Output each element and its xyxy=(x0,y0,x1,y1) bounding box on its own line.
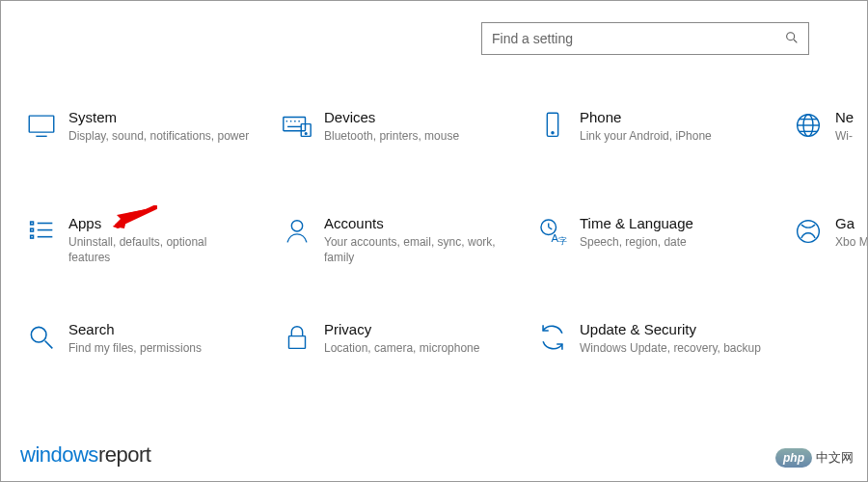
svg-line-28 xyxy=(549,228,553,229)
search-icon xyxy=(784,30,800,45)
svg-rect-23 xyxy=(31,235,34,238)
svg-rect-34 xyxy=(289,336,306,349)
category-network[interactable]: Ne Wi- xyxy=(787,97,868,203)
category-desc: Uninstall, defaults, optional features xyxy=(68,234,251,265)
svg-rect-19 xyxy=(31,222,34,225)
svg-point-13 xyxy=(552,132,554,134)
category-title: Phone xyxy=(580,109,762,126)
category-devices[interactable]: Devices Bluetooth, printers, mouse xyxy=(276,97,531,203)
svg-point-0 xyxy=(787,33,795,40)
category-system[interactable]: System Display, sound, notifications, po… xyxy=(20,97,276,203)
category-desc: Wi- xyxy=(835,128,868,144)
category-desc: Location, camera, microphone xyxy=(324,340,506,356)
search-input[interactable] xyxy=(481,22,809,55)
category-desc: Xbo Mo xyxy=(835,234,868,250)
person-icon xyxy=(276,215,318,252)
category-phone[interactable]: Phone Link your Android, iPhone xyxy=(531,97,787,203)
category-desc: Link your Android, iPhone xyxy=(580,128,762,144)
lock-icon xyxy=(276,321,318,358)
globe-icon xyxy=(787,109,829,146)
category-time-language[interactable]: A 字 Time & Language Speech, region, date xyxy=(531,203,787,309)
category-desc: Find my files, permissions xyxy=(68,340,251,356)
svg-line-33 xyxy=(45,341,53,349)
category-title: Accounts xyxy=(324,215,506,232)
category-privacy[interactable]: Privacy Location, camera, microphone xyxy=(276,309,531,415)
category-title: Time & Language xyxy=(580,215,762,232)
sync-icon xyxy=(531,321,574,358)
magnifier-icon xyxy=(20,321,63,358)
svg-line-1 xyxy=(794,40,797,42)
svg-rect-21 xyxy=(31,228,34,231)
category-accounts[interactable]: Accounts Your accounts, email, sync, wor… xyxy=(276,203,531,309)
category-title: Apps xyxy=(68,215,251,232)
settings-categories-grid: System Display, sound, notifications, po… xyxy=(20,97,867,423)
category-title: Ga xyxy=(835,215,868,232)
watermark-phpcn: php 中文网 xyxy=(775,448,854,468)
category-search[interactable]: Search Find my files, permissions xyxy=(20,309,276,415)
display-icon xyxy=(20,109,63,146)
category-desc: Bluetooth, printers, mouse xyxy=(324,128,506,144)
watermark-windowsreport: windowsreport xyxy=(20,442,150,468)
keyboard-icon xyxy=(276,109,318,146)
svg-rect-2 xyxy=(29,116,54,132)
category-title: Search xyxy=(68,321,251,338)
category-gaming[interactable]: Ga Xbo Mo xyxy=(787,203,868,309)
xbox-icon xyxy=(787,215,829,252)
category-title: Ne xyxy=(835,109,868,126)
phone-icon xyxy=(531,109,574,146)
php-pill-icon: php xyxy=(775,448,812,468)
category-title: System xyxy=(68,109,251,126)
category-desc: Windows Update, recovery, backup xyxy=(580,340,762,356)
category-title: Update & Security xyxy=(580,321,762,338)
svg-point-11 xyxy=(305,133,307,135)
search-container xyxy=(481,22,809,55)
svg-text:字: 字 xyxy=(558,236,567,246)
category-apps[interactable]: Apps Uninstall, defaults, optional featu… xyxy=(20,203,276,309)
svg-point-25 xyxy=(291,221,302,231)
category-desc: Display, sound, notifications, power xyxy=(68,128,251,144)
svg-point-32 xyxy=(31,327,46,342)
category-title: Devices xyxy=(324,109,506,126)
time-language-icon: A 字 xyxy=(531,215,574,252)
category-desc: Your accounts, email, sync, work, family xyxy=(324,234,506,265)
apps-list-icon xyxy=(20,215,63,252)
category-update-security[interactable]: Update & Security Windows Update, recove… xyxy=(531,309,787,415)
category-desc: Speech, region, date xyxy=(580,234,762,250)
category-title: Privacy xyxy=(324,321,506,338)
svg-point-31 xyxy=(798,221,820,243)
